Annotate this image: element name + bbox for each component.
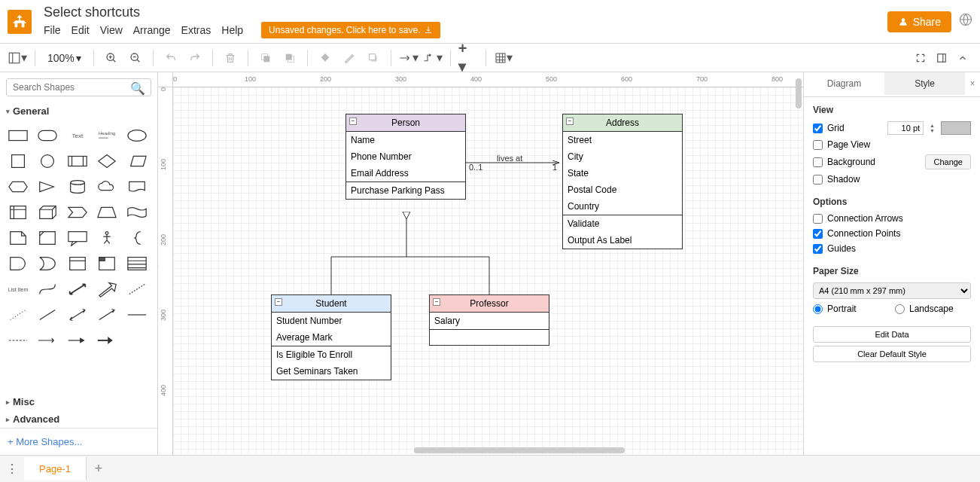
to-back-button[interactable] xyxy=(280,48,300,68)
shape-list[interactable] xyxy=(125,252,149,275)
shadow-button[interactable] xyxy=(364,48,383,68)
edge-mult-right[interactable]: 1 xyxy=(552,163,557,172)
page-tab-1[interactable]: Page-1 xyxy=(24,457,87,480)
redo-button[interactable] xyxy=(185,48,205,68)
shape-hline-thin[interactable] xyxy=(125,304,149,326)
collapse-icon[interactable]: − xyxy=(349,117,357,125)
shape-curly[interactable] xyxy=(125,227,149,249)
undo-button[interactable] xyxy=(161,48,181,68)
menu-help[interactable]: Help xyxy=(221,24,243,36)
grid-checkbox[interactable]: Grid xyxy=(813,123,881,133)
entity-op[interactable]: Get Seminars Taken xyxy=(272,363,391,380)
close-panel-icon[interactable]: × xyxy=(965,72,980,96)
shape-square[interactable] xyxy=(6,150,30,172)
view-mode-button[interactable]: ▾ xyxy=(8,48,27,68)
shape-cloud[interactable] xyxy=(95,175,119,198)
shape-hline-dash[interactable] xyxy=(6,329,30,352)
change-background-button[interactable]: Change xyxy=(925,154,971,169)
stepper-down-icon[interactable]: ▼ xyxy=(930,128,935,133)
insert-button[interactable]: + ▾ xyxy=(458,48,478,68)
collapse-icon[interactable]: − xyxy=(275,298,282,306)
entity-address[interactable]: −Address Street City State Postal Code C… xyxy=(562,114,683,249)
menu-view[interactable]: View xyxy=(100,24,123,36)
conn-arrows-checkbox[interactable]: Connection Arrows xyxy=(813,213,971,224)
line-color-button[interactable] xyxy=(339,48,359,68)
search-icon[interactable]: 🔍 xyxy=(130,81,145,96)
shapes-group-general[interactable]: General xyxy=(0,102,157,120)
shape-ellipse[interactable] xyxy=(125,124,149,147)
shape-datastore[interactable] xyxy=(65,252,90,275)
entity-attr[interactable]: Student Number xyxy=(272,313,391,329)
fill-color-button[interactable] xyxy=(315,48,335,68)
unsaved-banner[interactable]: Unsaved changes. Click here to save. xyxy=(261,22,440,38)
tab-diagram[interactable]: Diagram xyxy=(804,72,884,96)
fullscreen-button[interactable] xyxy=(911,48,930,68)
shapes-group-misc[interactable]: Misc xyxy=(0,393,157,410)
entity-attr[interactable]: Country xyxy=(563,198,682,215)
shape-line[interactable] xyxy=(35,304,59,326)
more-shapes-button[interactable]: + More Shapes... xyxy=(0,428,157,455)
to-front-button[interactable] xyxy=(256,48,275,68)
grid-color-swatch[interactable] xyxy=(941,121,971,135)
shape-hline-thick-arrow[interactable] xyxy=(95,329,119,352)
clear-style-button[interactable]: Clear Default Style xyxy=(813,346,971,362)
entity-student[interactable]: −Student Student Number Average Mark Is … xyxy=(271,294,391,380)
shape-cylinder[interactable] xyxy=(65,175,90,198)
vertical-scrollbar[interactable] xyxy=(796,78,802,108)
shape-trapezoid[interactable] xyxy=(95,201,119,224)
entity-attr[interactable]: State xyxy=(563,165,682,182)
panel-splitter[interactable]: ⋮ xyxy=(158,264,161,286)
entity-attr[interactable]: Email Address xyxy=(346,165,465,182)
shape-and[interactable] xyxy=(6,252,30,275)
delete-button[interactable] xyxy=(221,48,240,68)
shape-container[interactable] xyxy=(95,252,119,275)
zoom-in-button[interactable] xyxy=(102,48,121,68)
zoom-level[interactable]: 100% ▾ xyxy=(43,52,86,64)
edge-label-lives-at[interactable]: lives at xyxy=(497,154,522,163)
shape-process[interactable] xyxy=(65,150,90,172)
shape-list-item[interactable]: List Item xyxy=(6,278,30,300)
shape-bidir-line[interactable] xyxy=(65,304,90,326)
entity-op[interactable]: Is Eligible To Enroll xyxy=(272,346,391,363)
entity-op[interactable] xyxy=(430,330,549,345)
format-panel-button[interactable] xyxy=(932,48,951,68)
menu-file[interactable]: File xyxy=(44,24,61,36)
edit-data-button[interactable]: Edit Data xyxy=(813,326,971,343)
entity-op[interactable]: Purchase Parking Pass xyxy=(346,182,465,199)
shape-circle[interactable] xyxy=(35,150,59,172)
entity-person[interactable]: −Person Name Phone Number Email Address … xyxy=(345,114,466,200)
shape-rounded-rect[interactable] xyxy=(35,124,59,147)
entity-op[interactable]: Output As Label xyxy=(563,232,682,249)
shape-dir-line[interactable] xyxy=(95,304,119,326)
entity-attr[interactable]: Average Mark xyxy=(272,329,391,346)
conn-points-checkbox[interactable]: Connection Points xyxy=(813,228,971,239)
shape-curve[interactable] xyxy=(35,278,59,300)
shape-or[interactable] xyxy=(35,252,59,275)
share-button[interactable]: Share xyxy=(887,11,951,32)
shadow-checkbox[interactable]: Shadow xyxy=(813,174,971,185)
canvas-area[interactable]: 0100200300400500600700800 0100200300400 … xyxy=(158,72,803,455)
waypoint-button[interactable]: ▾ xyxy=(423,48,443,68)
document-title[interactable]: Select shortcuts xyxy=(44,5,887,20)
stepper-up-icon[interactable]: ▲ xyxy=(930,123,935,128)
language-icon[interactable] xyxy=(959,13,972,30)
shape-actor[interactable] xyxy=(95,227,119,249)
entity-attr[interactable]: Street xyxy=(563,132,682,148)
shape-step[interactable] xyxy=(65,201,90,224)
entity-professor[interactable]: −Professor Salary xyxy=(429,294,549,346)
entity-attr[interactable]: Name xyxy=(346,132,465,148)
entity-attr[interactable]: Postal Code xyxy=(563,182,682,198)
menu-edit[interactable]: Edit xyxy=(72,24,90,36)
menu-extras[interactable]: Extras xyxy=(181,24,212,36)
app-logo[interactable] xyxy=(8,10,32,34)
tab-style[interactable]: Style xyxy=(884,72,965,96)
shape-document[interactable] xyxy=(125,175,149,198)
horizontal-scrollbar[interactable] xyxy=(414,447,625,453)
shape-cube[interactable] xyxy=(35,201,59,224)
shapes-group-advanced[interactable]: Advanced xyxy=(0,410,157,428)
shape-hline-arrow-open[interactable] xyxy=(35,329,59,352)
shape-arrow[interactable] xyxy=(95,278,119,300)
shape-card[interactable] xyxy=(35,227,59,249)
table-button[interactable]: ▾ xyxy=(494,48,513,68)
page-view-checkbox[interactable]: Page View xyxy=(813,139,971,150)
